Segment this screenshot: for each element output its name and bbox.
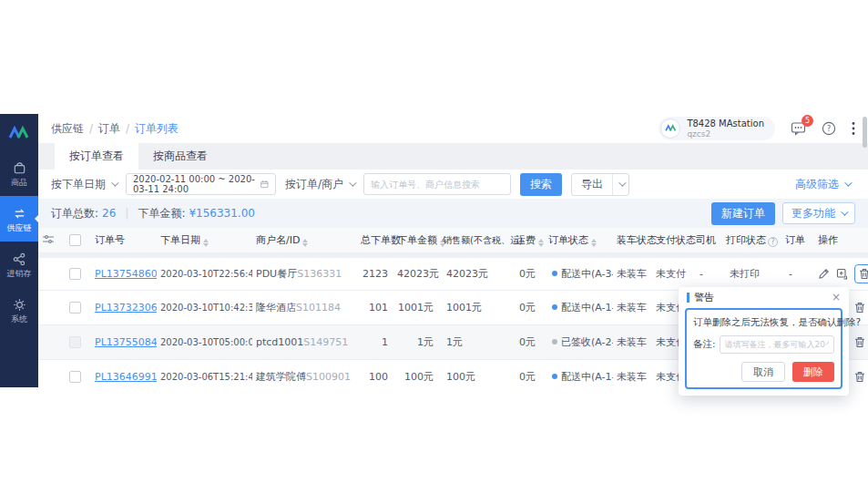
dialog-close-button[interactable]: × xyxy=(832,292,841,303)
date-field-dropdown[interactable]: 按下单日期 xyxy=(51,177,117,192)
dialog-title: 警告 xyxy=(694,291,714,304)
header-label: 下单日期 xyxy=(160,234,200,246)
sort-icon[interactable] xyxy=(203,239,209,247)
order-no-cell: PL13755084 xyxy=(91,324,157,359)
export-button[interactable]: 导出 xyxy=(572,174,612,195)
search-field-dropdown[interactable]: 按订单/商户 xyxy=(285,177,354,192)
header-customer: 商户名/ID xyxy=(252,228,357,255)
scrollbar-thumb[interactable] xyxy=(863,117,867,148)
delete-button[interactable] xyxy=(854,371,865,383)
messages-button[interactable]: 5 xyxy=(791,121,806,136)
user-menu[interactable]: T8428 MAstation qzcs2 xyxy=(659,117,775,141)
header-order-source: 订单 xyxy=(781,228,814,255)
row-settings-cell xyxy=(38,290,66,324)
search-input[interactable] xyxy=(371,180,504,190)
sidebar-item-inventory[interactable]: 进销存 xyxy=(0,242,38,287)
exchange-icon xyxy=(12,206,27,221)
header-pay-status: 支付状态 xyxy=(652,228,692,255)
copy-button[interactable] xyxy=(836,268,848,280)
dialog-body: 订单删除之后无法恢复，是否确认删除? 备注: 取消 删除 xyxy=(685,308,842,389)
chevron-down-icon xyxy=(349,179,356,186)
date-field-label: 按下单日期 xyxy=(51,177,106,192)
select-all-checkbox[interactable] xyxy=(69,234,81,246)
help-icon[interactable]: ? xyxy=(768,237,778,247)
note-label: 备注: xyxy=(693,338,716,351)
header-label: 商户名/ID xyxy=(256,234,300,246)
tab-by-order[interactable]: 按订单查看 xyxy=(55,143,138,170)
amount-cell: 1001元 xyxy=(393,290,439,324)
header-label: 运费 xyxy=(516,234,536,246)
breadcrumb-supply-chain[interactable]: 供应链 xyxy=(51,121,84,137)
customer-id: S101184 xyxy=(296,302,341,314)
order-link[interactable]: PL13732306 xyxy=(95,302,157,314)
customer-name: 建筑学院傅 xyxy=(256,371,306,383)
note-input[interactable] xyxy=(720,335,834,354)
row-select-cell xyxy=(66,290,91,324)
header-sales: 销售额(不含税、运) xyxy=(439,228,512,255)
load-status-cell: 未装车 xyxy=(613,290,652,324)
new-order-button[interactable]: 新建订单 xyxy=(711,202,775,225)
calendar-icon xyxy=(260,179,269,190)
cancel-button[interactable]: 取消 xyxy=(741,362,785,382)
view-tabs: 按订单查看 按商品查看 xyxy=(38,143,868,170)
edit-button[interactable] xyxy=(818,268,830,280)
row-checkbox[interactable] xyxy=(69,268,81,280)
row-checkbox[interactable] xyxy=(69,302,81,314)
freight-cell: 0元 xyxy=(512,255,545,290)
chevron-down-icon xyxy=(844,179,852,186)
sales-cell: 42023元 xyxy=(439,255,512,290)
sort-icon[interactable] xyxy=(538,239,544,247)
customer-id: S100901 xyxy=(306,371,351,383)
load-status-cell: 未装车 xyxy=(613,359,652,387)
amount-cell: 100元 xyxy=(393,359,439,387)
customer-cell: PDU餐厅S136331 xyxy=(252,255,357,290)
row-checkbox[interactable] xyxy=(69,371,81,383)
freight-cell: 0元 xyxy=(512,290,545,324)
breadcrumb-orders[interactable]: 订单 xyxy=(98,121,120,137)
header-label: 订单 xyxy=(785,234,805,246)
header-actions: 操作 xyxy=(814,228,868,255)
sidebar-item-goods[interactable]: 商品 xyxy=(0,150,38,196)
delete-button[interactable] xyxy=(854,336,865,348)
breadcrumb-separator: / xyxy=(89,122,93,135)
avatar xyxy=(660,118,680,139)
search-button[interactable]: 搜索 xyxy=(520,173,562,196)
order-total-label: 订单总数: xyxy=(51,206,98,221)
export-dropdown-toggle[interactable] xyxy=(612,174,628,195)
breadcrumb: 供应链 / 订单 / 订单列表 xyxy=(51,121,179,137)
order-link[interactable]: PL13646991 xyxy=(95,371,157,383)
freight-cell: 0元 xyxy=(512,359,545,387)
date-range-input[interactable]: 2020-02-11 00:00 ~ 2020-03-11 24:00 xyxy=(126,173,276,195)
delete-button[interactable] xyxy=(854,264,868,283)
order-date-cell: 2020-03-10T05:00:00 xyxy=(157,324,252,359)
qty-cell: 100 xyxy=(357,359,393,387)
table-row: PL137548602020-03-10T22:56:41PDU餐厅S13633… xyxy=(38,255,868,290)
sidebar-item-supply-chain[interactable]: 供应链 xyxy=(0,196,38,242)
confirm-delete-button[interactable]: 删除 xyxy=(792,362,834,382)
dialog-accent-bar xyxy=(687,293,689,303)
summary-actions: 新建订单 更多功能 xyxy=(711,202,855,225)
driver-cell: - xyxy=(692,255,722,290)
more-functions-button[interactable]: 更多功能 xyxy=(782,202,855,224)
order-link[interactable]: PL13754860 xyxy=(95,268,157,280)
amount-cell: 42023元 xyxy=(393,255,439,290)
customer-cell: ptcd1001S149751 xyxy=(252,324,357,359)
sort-icon[interactable] xyxy=(302,239,308,247)
status-dot xyxy=(552,374,557,379)
delete-button[interactable] xyxy=(854,302,865,314)
header-load-status: 装车状态 xyxy=(613,228,652,255)
qty-cell: 1 xyxy=(357,324,393,359)
help-button[interactable]: ? xyxy=(822,121,836,136)
sidebar-item-label: 供应链 xyxy=(7,224,32,232)
header-label: 订单号 xyxy=(95,234,125,246)
copy-icon xyxy=(836,268,848,280)
column-settings-icon[interactable] xyxy=(42,234,55,244)
sort-icon[interactable] xyxy=(591,239,597,247)
edit-icon xyxy=(818,268,830,280)
sidebar-item-system[interactable]: 系统 xyxy=(0,287,38,333)
order-link[interactable]: PL13755084 xyxy=(95,336,157,348)
tab-by-product[interactable]: 按商品查看 xyxy=(138,143,222,170)
search-field-label: 按订单/商户 xyxy=(285,177,343,192)
more-menu-button[interactable] xyxy=(852,121,855,136)
advanced-filter-toggle[interactable]: 高级筛选 xyxy=(795,177,850,192)
